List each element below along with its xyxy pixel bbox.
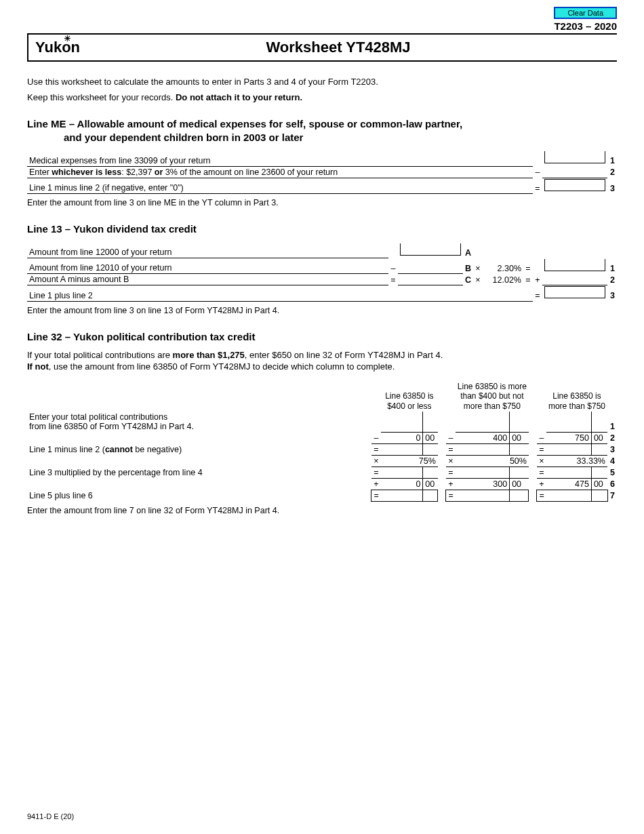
l32-l7-op2: = <box>446 490 456 501</box>
l32-l3-op2: = <box>446 443 456 455</box>
c1b: $400 or less <box>387 401 431 411</box>
l32-l7-c2d[interactable] <box>456 490 510 501</box>
l32-l7-c1d[interactable] <box>381 490 423 501</box>
l32-l2-op2: – <box>446 432 456 443</box>
l32-l1-c1c[interactable] <box>423 412 438 432</box>
l32-l1-c2d[interactable] <box>456 412 510 432</box>
col1-head: Line 63850 is$400 or less <box>381 381 438 412</box>
p1a: If your total political contributions ar… <box>27 350 173 360</box>
l32-l1-c2c[interactable] <box>510 412 529 432</box>
l32-l2-op1: – <box>371 432 381 443</box>
l32-ln3: 3 <box>607 443 617 455</box>
l32-l3-c1c[interactable] <box>423 443 438 455</box>
l32-l6-op1: + <box>371 478 381 490</box>
l13-r3-desc: Amount A minus amount B <box>27 274 388 285</box>
intro-2b: Do not attach it to your return. <box>176 92 302 102</box>
me-row1-field[interactable] <box>544 151 605 163</box>
l13-r3-eq1: = <box>388 274 398 285</box>
c2b: than $400 but not <box>460 391 523 401</box>
l32-l1-c3d[interactable] <box>546 412 591 432</box>
l32-l5-c2c[interactable] <box>510 466 529 478</box>
c2c: more than $750 <box>464 401 521 411</box>
l13-r3-plus: + <box>533 274 542 285</box>
l32-l3-op1: = <box>371 443 381 455</box>
section-me-heading: Line ME – Allowable amount of medical ex… <box>27 117 617 144</box>
me-row1-desc: Medical expenses from line 33099 of your… <box>27 151 533 166</box>
l13-r2-minus: – <box>388 258 398 274</box>
logo-sun-icon: ☀ <box>64 35 71 43</box>
l32-ln6: 6 <box>607 478 617 490</box>
l13-line3-field[interactable] <box>544 286 605 298</box>
l13-r1-field[interactable] <box>400 243 461 256</box>
l32-l7-c1c[interactable] <box>423 490 438 501</box>
clear-data-button[interactable]: Clear Data <box>554 7 617 19</box>
l13-note: Enter the amount from line 3 on line 13 … <box>27 306 617 315</box>
l32-l2-c2c: 00 <box>510 432 529 443</box>
l13-line1-field[interactable] <box>544 259 605 271</box>
l32-p2: If not, use the amount from line 63850 o… <box>27 361 617 372</box>
l32-l6-op2: + <box>446 478 456 490</box>
l32-l4-op3: × <box>537 455 546 466</box>
l32-l7-c3c[interactable] <box>591 490 607 501</box>
l13-pct2: 12.02% <box>483 274 523 285</box>
l32-p1: If your total political contributions ar… <box>27 350 617 360</box>
l32-l6-c3c: 00 <box>591 478 607 490</box>
l13-pct1: 2.30% <box>483 258 523 274</box>
l13-r4-desc: Line 1 plus line 2 <box>27 285 533 302</box>
l32-l2-c3c: 00 <box>591 432 607 443</box>
l13-ln1: 1 <box>607 258 617 274</box>
me-r2b: whichever is less <box>52 167 121 177</box>
l32-l5-op3: = <box>537 466 546 478</box>
intro-2a: Keep this worksheet for your records. <box>27 92 176 102</box>
me-row2-desc: Enter whichever is less: $2,397 or 3% of… <box>27 166 533 178</box>
l32-ln1: 1 <box>607 412 617 432</box>
l32-l7-c3d[interactable] <box>546 490 591 501</box>
l32-r1-desc: Enter your total political contributions… <box>27 412 371 432</box>
l32-l4-c1: 75% <box>381 455 438 466</box>
l32-ln4: 4 <box>607 455 617 466</box>
l32-l1-c1d[interactable] <box>381 412 423 432</box>
l32-l5-c3d[interactable] <box>546 466 591 478</box>
l32-table: Line 63850 is$400 or less Line 63850 is … <box>27 381 617 502</box>
l32-l5-c1c[interactable] <box>423 466 438 478</box>
me-r2e: 3% of the amount on line 23600 of your r… <box>163 167 338 177</box>
l32-l3-c2d[interactable] <box>456 443 510 455</box>
me-note: Enter the amount from line 3 on line ME … <box>27 198 617 207</box>
l32-l7-c2c[interactable] <box>510 490 529 501</box>
l32-l4-op2: × <box>446 455 456 466</box>
l32-l2-op3: – <box>537 432 546 443</box>
me-r2c: : $2,397 <box>121 167 155 177</box>
r3b: cannot <box>105 445 133 454</box>
me-op-eq: = <box>533 178 542 194</box>
l32-l6-c2c: 00 <box>510 478 529 490</box>
l32-l3-c3d[interactable] <box>546 443 591 455</box>
form-code: T2203 – 2020 <box>27 20 617 32</box>
r1a: Enter your total political contributions <box>29 412 167 422</box>
me-table: Medical expenses from line 33099 of your… <box>27 151 617 194</box>
l32-l3-c1d[interactable] <box>381 443 423 455</box>
section-32-heading: Line 32 – Yukon political contribution t… <box>27 330 617 344</box>
l32-l5-c2d[interactable] <box>456 466 510 478</box>
l32-l3-c2c[interactable] <box>510 443 529 455</box>
r1b: from line 63850 of Form YT428MJ in Part … <box>29 422 194 431</box>
p2a: If not <box>27 361 49 372</box>
l32-l4-c3: 33.33% <box>546 455 607 466</box>
intro-line-2: Keep this worksheet for your records. Do… <box>27 92 617 102</box>
me-row3-field[interactable] <box>544 179 605 191</box>
r3a: Line 1 minus line 2 ( <box>29 445 105 454</box>
l32-ln5: 5 <box>607 466 617 478</box>
l32-l7-op3: = <box>537 490 546 501</box>
l32-l3-c3c[interactable] <box>591 443 607 455</box>
l13-r2-desc: Amount from line 12010 of your return <box>27 258 388 274</box>
l13-table: Amount from line 12000 of your return A … <box>27 243 617 302</box>
r3c: be negative) <box>133 445 182 454</box>
l32-l5-c3c[interactable] <box>591 466 607 478</box>
l32-l6-c1d: 0 <box>381 478 423 490</box>
l32-l1-c3c[interactable] <box>591 412 607 432</box>
l32-l5-op2: = <box>446 466 456 478</box>
p1c: , enter $650 on line 32 of Form YT428MJ … <box>245 350 443 360</box>
l32-l5-c1d[interactable] <box>381 466 423 478</box>
p2b: , use the amount from line 63850 of Form… <box>49 361 395 372</box>
l13-lblB: B <box>463 258 473 274</box>
l32-l4-c2: 50% <box>456 455 529 466</box>
